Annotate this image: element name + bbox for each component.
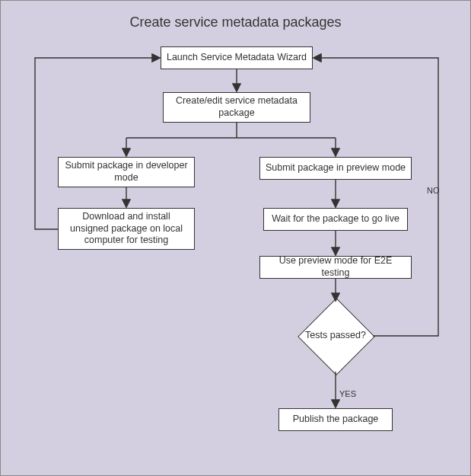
node-submit-dev: Submit package in developer mode	[58, 157, 195, 187]
node-use-preview: Use preview mode for E2E testing	[259, 256, 412, 279]
node-submit-preview: Submit package in preview mode	[259, 157, 412, 180]
node-download: Download and install unsigned package on…	[58, 208, 195, 250]
edge-label-yes: YES	[339, 389, 356, 398]
diagram-title: Create service metadata packages	[1, 14, 470, 30]
node-create: Create/edit service metadata package	[163, 92, 310, 123]
node-wait-live: Wait for the package to go live	[263, 208, 408, 231]
node-decision-label: Tests passed?	[301, 330, 370, 340]
flowchart-container: Create service metadata packages Launch …	[0, 0, 471, 476]
node-publish: Publish the package	[278, 408, 393, 431]
node-launch: Launch Service Metadata Wizard	[161, 46, 313, 69]
edge-label-no: NO	[427, 186, 440, 195]
